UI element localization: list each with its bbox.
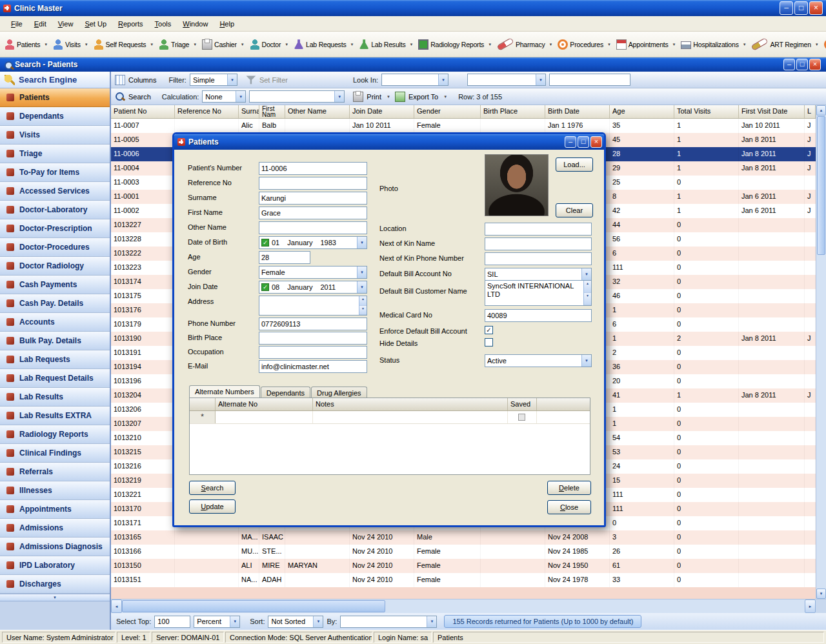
toolbar-lab-results[interactable]: Lab Results▼ [356, 36, 416, 53]
sidebar-item-discharges[interactable]: Discharges [0, 575, 110, 594]
inner-close-button[interactable]: × [809, 59, 821, 70]
vertical-scroll-thumb[interactable] [817, 116, 825, 255]
chevron-down-icon[interactable]: ▼ [313, 616, 323, 627]
sidebar-item-lab-requests[interactable]: Lab Requests [0, 350, 110, 369]
chevron-down-icon[interactable]: ▼ [442, 91, 448, 103]
chevron-down-icon[interactable]: ▼ [741, 39, 748, 50]
col-other-name[interactable]: Other Name [285, 105, 350, 118]
sort-combo[interactable]: Not Sorted ▼ [268, 616, 323, 628]
select-top-input[interactable]: 100 [154, 616, 190, 628]
close-dialog-button[interactable]: Close [547, 500, 591, 514]
toolbar-hospitalizations[interactable]: Hospitalizations▼ [678, 36, 749, 53]
next-of-kin-name-input[interactable] [485, 237, 592, 250]
default-bill-customer-input[interactable]: SyncSoft INTERNATIONAL LTD ▲▼ [485, 280, 592, 306]
col-age[interactable]: Age [610, 105, 674, 118]
col-saved[interactable]: Saved [508, 398, 537, 410]
sidebar-item-doctor-radiology[interactable]: Doctor Radiology [0, 257, 110, 276]
spinner[interactable]: ▲▼ [583, 281, 591, 305]
table-row[interactable]: 1013150ALIMIREMARYANNov 24 2010FemaleNov… [111, 559, 816, 573]
col-patient-no[interactable]: Patient No [111, 105, 175, 118]
gender-input[interactable]: Female▼ [259, 266, 367, 279]
birth-place-input[interactable] [259, 332, 367, 345]
sidebar-item-lab-results-extra[interactable]: Lab Results EXTRA [0, 407, 110, 425]
chevron-down-icon[interactable]: ▼ [487, 39, 493, 50]
toolbar-appointments[interactable]: Appointments▼ [614, 36, 679, 53]
chevron-down-icon[interactable]: ▼ [239, 39, 246, 50]
sidebar-item-doctor-laboratory[interactable]: Doctor-Laboratory [0, 201, 110, 219]
update-button[interactable]: Update [189, 499, 236, 514]
first-name-input[interactable]: Grace [259, 206, 367, 219]
reference-no-input[interactable] [259, 177, 367, 190]
minimize-button[interactable]: – [780, 1, 793, 15]
by-combo[interactable]: ▼ [340, 616, 437, 628]
chevron-down-icon[interactable]: ▼ [581, 355, 591, 367]
next-of-kin-phone-input[interactable] [485, 252, 592, 265]
toolbar-pharmacy[interactable]: Pharmacy▼ [494, 36, 555, 53]
spinner[interactable]: ▲▼ [359, 296, 367, 315]
scroll-down-button[interactable]: ▼ [816, 589, 826, 599]
sidebar-item-visits[interactable]: Visits [0, 126, 110, 145]
other-name-input[interactable] [259, 221, 367, 234]
col-join-date[interactable]: Join Date [350, 105, 414, 118]
sidebar-item-doctor-procedures[interactable]: Doctor-Procedures [0, 238, 110, 257]
sidebar-item-triage[interactable]: Triage [0, 145, 110, 163]
dialog-close-button[interactable]: × [590, 136, 602, 148]
chevron-down-icon[interactable]: ▼ [227, 74, 237, 85]
clear-photo-button[interactable]: Clear [556, 203, 593, 217]
search-button[interactable]: Search [128, 93, 151, 101]
sidebar-item-accounts[interactable]: Accounts [0, 313, 110, 332]
e-mail-input[interactable]: info@clinicmaster.net [259, 360, 367, 373]
sidebar-item-accessed-services[interactable]: Accessed Services [0, 182, 110, 201]
scroll-up-button[interactable]: ▲ [816, 105, 826, 116]
calculation-field-combo[interactable]: ▼ [249, 90, 345, 103]
print-button[interactable]: Print [367, 93, 381, 101]
alternate-no-cell[interactable] [216, 411, 313, 423]
set-filter-button[interactable]: Set Filter [259, 76, 288, 84]
tab-dependants[interactable]: Dependants [261, 387, 310, 398]
saved-cell[interactable] [508, 411, 537, 423]
chevron-down-icon[interactable]: ▼ [236, 91, 245, 102]
sidebar-item-patients[interactable]: Patients [0, 88, 110, 107]
spin-up-icon[interactable]: ▲ [584, 281, 591, 293]
toolbar-doctor[interactable]: Doctor▼ [247, 36, 291, 53]
columns-button[interactable]: Columns [128, 76, 156, 84]
sidebar-item-cash-payments[interactable]: Cash Payments [0, 276, 110, 294]
date-of-birth-input[interactable]: ✓01 January 1983▼ [259, 236, 367, 249]
menu-reports[interactable]: Reports [112, 17, 149, 30]
age-input[interactable]: 28 [259, 251, 310, 264]
toolbar-art-stopped[interactable]: ART Stopped▼ [821, 36, 826, 53]
col-alternate-no[interactable]: Alternate No [216, 398, 313, 410]
chevron-down-icon[interactable]: ▼ [283, 39, 290, 50]
dialog-maximize-button[interactable]: □ [578, 136, 589, 148]
chevron-down-icon[interactable]: ▼ [230, 616, 239, 627]
sidebar-item-referrals[interactable]: Referrals [0, 463, 110, 481]
checkbox-checked-icon[interactable]: ✓ [261, 239, 269, 247]
checkbox-checked-icon[interactable]: ✓ [261, 283, 269, 291]
sidebar-item-doctor-prescription[interactable]: Doctor-Prescription [0, 219, 110, 238]
sidebar-item-to-pay-for-items[interactable]: To-Pay for Items [0, 163, 110, 182]
chevron-down-icon[interactable]: ▼ [357, 267, 367, 278]
chevron-down-icon[interactable]: ▼ [548, 39, 554, 50]
inner-minimize-button[interactable]: – [783, 59, 795, 70]
load-photo-button[interactable]: Load... [556, 157, 593, 172]
toolbar-procedures[interactable]: Procedures▼ [555, 36, 613, 53]
spin-up-icon[interactable]: ▲ [359, 296, 367, 306]
menu-view[interactable]: View [52, 17, 79, 30]
sidebar-item-bulk-pay-details[interactable]: Bulk Pay. Details [0, 332, 110, 350]
chevron-down-icon[interactable]: ▼ [357, 237, 367, 248]
toolbar-radiology-reports[interactable]: Radiology Reports▼ [416, 36, 494, 53]
sidebar-item-admissions-diagnosis[interactable]: Admissions Diagnosis [0, 538, 110, 556]
chevron-down-icon[interactable]: ▼ [334, 91, 344, 102]
scroll-left-button[interactable]: ◄ [111, 599, 122, 613]
menu-edit[interactable]: Edit [28, 17, 52, 30]
vertical-scroll-track[interactable] [816, 256, 826, 589]
chevron-down-icon[interactable]: ▼ [357, 281, 367, 293]
toolbar-lab-requests[interactable]: Lab Requests▼ [291, 36, 356, 53]
enforce-bill-account-checkbox[interactable] [485, 326, 493, 334]
sidebar-item-cash-pay-details[interactable]: Cash Pay. Details [0, 294, 110, 313]
close-button[interactable]: × [809, 1, 823, 15]
dialog-minimize-button[interactable]: – [565, 136, 576, 148]
toolbar-art-regimen[interactable]: ART Regimen▼ [749, 36, 821, 53]
sidebar-item-ipd-laboratory[interactable]: IPD Laboratory [0, 556, 110, 575]
tab-alternate-numbers[interactable]: Alternate Numbers [189, 385, 260, 398]
